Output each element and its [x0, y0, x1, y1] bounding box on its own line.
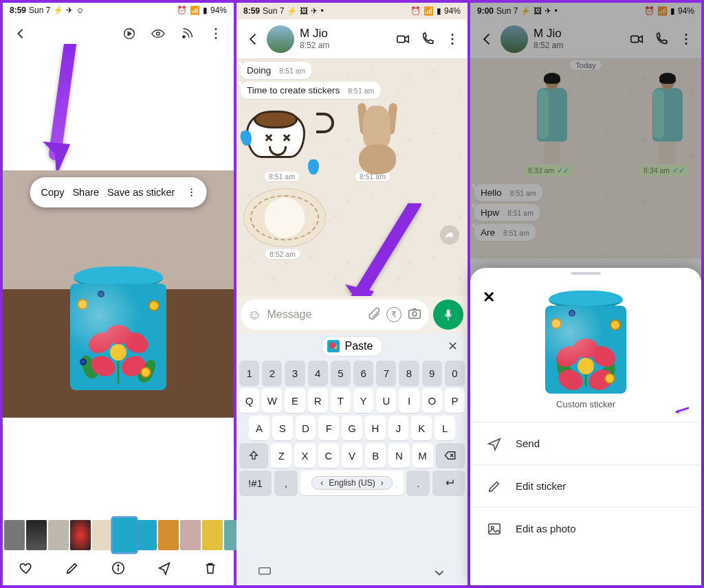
- context-save-as-sticker[interactable]: Save as sticker: [107, 187, 175, 198]
- key-d[interactable]: D: [296, 416, 316, 440]
- key-2[interactable]: 2: [262, 361, 282, 385]
- msg-line2[interactable]: Time to create stickers8:51 am: [241, 82, 380, 99]
- emoji-icon[interactable]: ☺: [248, 307, 261, 323]
- key-j[interactable]: J: [388, 416, 409, 440]
- key-8[interactable]: 8: [399, 361, 419, 385]
- keyboard-hide-icon[interactable]: [257, 565, 272, 583]
- more-icon[interactable]: [206, 24, 226, 43]
- panel-gallery: 8:59 Sun 7 ⚡ ✈ ☺ ⏰ 📶 ▮ 94%: [3, 3, 236, 585]
- back-icon[interactable]: [242, 30, 261, 49]
- key-a[interactable]: A: [249, 416, 270, 440]
- key-4[interactable]: 4: [308, 361, 328, 385]
- context-share[interactable]: Share: [72, 187, 99, 198]
- sticker-action-sheet: ✕ Custom sticker: [470, 268, 701, 585]
- video-call-icon[interactable]: [393, 30, 412, 49]
- message-input[interactable]: ☺ Message ₹: [241, 299, 429, 330]
- key-symbols[interactable]: !#1: [239, 471, 272, 495]
- key-r[interactable]: R: [308, 388, 328, 413]
- bixby-vision-icon[interactable]: [148, 24, 168, 43]
- key-l[interactable]: L: [434, 416, 455, 440]
- keyboard[interactable]: 1234567890 QWERTYUIOP ASDFGHJKL ZXCVBNM …: [236, 359, 468, 563]
- svg-rect-14: [397, 36, 405, 42]
- msg-doing[interactable]: Doing8:51 am: [241, 62, 311, 79]
- payment-icon[interactable]: ₹: [386, 307, 402, 322]
- key-backspace[interactable]: [436, 443, 465, 468]
- key-5[interactable]: 5: [331, 361, 351, 385]
- key-g[interactable]: G: [342, 416, 362, 440]
- sticker-cup[interactable]: [241, 103, 323, 172]
- sticker-cat[interactable]: [331, 103, 414, 172]
- voice-call-icon[interactable]: [418, 30, 437, 49]
- key-u[interactable]: U: [376, 388, 396, 413]
- key-space[interactable]: ‹English (US)›: [300, 471, 404, 495]
- sheet-send-label: Send: [516, 438, 540, 449]
- key-n[interactable]: N: [388, 443, 409, 468]
- key-o[interactable]: O: [422, 388, 442, 413]
- edit-icon[interactable]: [63, 558, 82, 578]
- mic-button[interactable]: [433, 299, 463, 330]
- key-c[interactable]: C: [318, 443, 339, 468]
- smart-view-icon[interactable]: [177, 24, 197, 43]
- key-w[interactable]: W: [262, 388, 282, 413]
- key-p[interactable]: P: [445, 388, 465, 413]
- paste-suggestion[interactable]: Paste: [322, 337, 383, 356]
- chat-body[interactable]: Doing8:51 am Time to create stickers8:51…: [236, 59, 468, 296]
- key-b[interactable]: B: [365, 443, 386, 468]
- key-1[interactable]: 1: [239, 361, 259, 385]
- key-0[interactable]: 0: [445, 361, 465, 385]
- key-k[interactable]: K: [411, 416, 432, 440]
- avatar[interactable]: [267, 25, 294, 53]
- attach-icon[interactable]: [367, 306, 381, 323]
- key-7[interactable]: 7: [376, 361, 396, 385]
- sticker-saucer[interactable]: [243, 188, 326, 247]
- contact-block[interactable]: M Jio 8:52 am: [300, 27, 329, 50]
- key-shift[interactable]: [239, 443, 268, 468]
- svg-rect-21: [259, 568, 271, 574]
- date: Sun 7: [29, 5, 50, 15]
- context-more-icon[interactable]: [183, 184, 199, 201]
- key-f[interactable]: F: [318, 416, 339, 440]
- key-period[interactable]: .: [406, 471, 430, 495]
- photo-viewport[interactable]: [3, 170, 234, 418]
- sheet-grip[interactable]: [571, 272, 601, 275]
- sheet-send[interactable]: Send: [470, 422, 701, 464]
- sheet-edit-photo[interactable]: Edit as photo: [470, 507, 701, 550]
- key-z[interactable]: Z: [271, 443, 292, 468]
- key-m[interactable]: M: [412, 443, 433, 468]
- key-y[interactable]: Y: [353, 388, 373, 413]
- context-copy[interactable]: Copy: [41, 187, 65, 198]
- key-x[interactable]: X: [294, 443, 315, 468]
- key-v[interactable]: V: [342, 443, 362, 468]
- chevron-down-icon[interactable]: [432, 565, 447, 583]
- key-6[interactable]: 6: [353, 361, 373, 385]
- camera-icon[interactable]: [407, 306, 422, 324]
- chat-header: M Jio 8:52 am: [236, 19, 468, 59]
- key-t[interactable]: T: [331, 388, 351, 413]
- key-comma[interactable]: ,: [274, 471, 298, 495]
- sticker-image: [545, 291, 626, 394]
- sheet-edit-sticker[interactable]: Edit sticker: [470, 464, 701, 507]
- favorite-icon[interactable]: [16, 558, 36, 578]
- signal-icon: ▮: [437, 6, 441, 16]
- key-q[interactable]: Q: [239, 388, 259, 413]
- thumbnail-strip[interactable]: [3, 519, 234, 552]
- key-i[interactable]: I: [399, 388, 419, 413]
- image-icon: [487, 521, 502, 536]
- bolt-icon: ⚡: [53, 5, 63, 15]
- key-s[interactable]: S: [272, 416, 293, 440]
- key-3[interactable]: 3: [285, 361, 305, 385]
- forward-icon[interactable]: [440, 225, 459, 245]
- key-9[interactable]: 9: [422, 361, 442, 385]
- key-enter[interactable]: [432, 471, 465, 495]
- svg-point-13: [118, 565, 119, 567]
- close-icon[interactable]: ✕: [483, 289, 495, 306]
- motion-photo-icon[interactable]: [120, 24, 139, 43]
- more-icon[interactable]: [443, 30, 462, 49]
- delete-icon[interactable]: [201, 558, 220, 578]
- key-e[interactable]: E: [285, 388, 305, 413]
- clipboard-close-icon[interactable]: ✕: [448, 339, 458, 354]
- share-icon[interactable]: [155, 558, 174, 578]
- key-h[interactable]: H: [365, 416, 386, 440]
- info-icon[interactable]: [109, 558, 128, 578]
- back-icon[interactable]: [11, 24, 30, 43]
